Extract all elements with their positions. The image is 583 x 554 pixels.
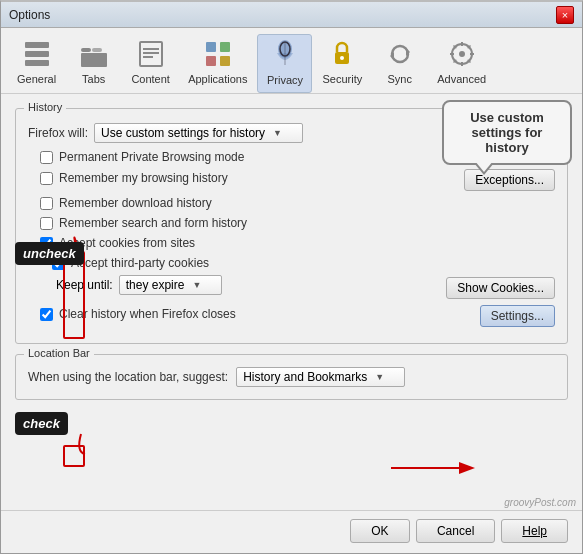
applications-icon [202, 38, 234, 70]
remember-browsing-row: Remember my browsing history [40, 170, 228, 186]
history-mode-value: Use custom settings for history [101, 126, 265, 140]
remember-download-checkbox[interactable] [40, 197, 53, 210]
uncheck-annotation: uncheck [15, 242, 84, 265]
title-bar: Options × [1, 2, 582, 28]
clear-history-row: Clear history when Firefox closes [40, 306, 236, 322]
history-group-label: History [24, 101, 66, 113]
content-icon [135, 38, 167, 70]
keep-until-row: Keep until: they expire ▼ [28, 275, 222, 295]
toolbar-label-privacy: Privacy [267, 74, 303, 86]
suggest-arrow-icon: ▼ [375, 372, 384, 382]
svg-rect-11 [220, 42, 230, 52]
svg-rect-12 [206, 56, 216, 66]
footer-buttons: OK Cancel Help [1, 510, 582, 553]
toolbar-item-security[interactable]: Security [314, 34, 370, 93]
svg-rect-8 [143, 52, 159, 54]
keep-until-container: Keep until: they expire ▼ Show Cookies..… [28, 275, 555, 301]
accept-third-party-row: Accept third-party cookies [52, 255, 555, 271]
close-button[interactable]: × [556, 6, 574, 24]
options-window: Options × General Tabs [0, 0, 583, 554]
svg-rect-13 [220, 56, 230, 66]
svg-rect-10 [206, 42, 216, 52]
keep-until-dropdown[interactable]: they expire ▼ [119, 275, 223, 295]
suggest-value: History and Bookmarks [243, 370, 367, 384]
svg-rect-7 [143, 48, 159, 50]
private-browsing-checkbox[interactable] [40, 151, 53, 164]
ok-button[interactable]: OK [350, 519, 410, 543]
dropdown-arrow-icon: ▼ [273, 128, 282, 138]
remember-download-label: Remember download history [59, 196, 212, 210]
svg-rect-3 [81, 48, 91, 52]
remember-browsing-checkbox[interactable] [40, 172, 53, 185]
red-box-clear [63, 445, 85, 467]
privacy-icon [269, 39, 301, 71]
toolbar-label-sync: Sync [387, 73, 411, 85]
watermark: groovyPost.com [504, 497, 576, 508]
private-browsing-label: Permanent Private Browsing mode [59, 150, 244, 164]
location-bar-content: When using the location bar, suggest: Hi… [28, 363, 555, 387]
cancel-button[interactable]: Cancel [416, 519, 495, 543]
keep-until-label: Keep until: [56, 278, 113, 292]
svg-rect-0 [25, 42, 49, 48]
svg-rect-9 [143, 56, 153, 58]
security-icon [326, 38, 358, 70]
speech-bubble: Use custom settings for history [442, 100, 572, 165]
show-cookies-button[interactable]: Show Cookies... [446, 277, 555, 299]
svg-rect-1 [25, 51, 49, 57]
general-icon [21, 38, 53, 70]
check-annotation: check [15, 412, 68, 435]
toolbar-label-general: General [17, 73, 56, 85]
settings-button[interactable]: Settings... [480, 305, 555, 327]
remember-search-label: Remember search and form history [59, 216, 247, 230]
clear-history-label: Clear history when Firefox closes [59, 307, 236, 321]
history-mode-dropdown[interactable]: Use custom settings for history ▼ [94, 123, 303, 143]
accept-third-party-label: Accept third-party cookies [71, 256, 209, 270]
toolbar-label-tabs: Tabs [82, 73, 105, 85]
toolbar-item-tabs[interactable]: Tabs [66, 34, 121, 93]
remember-search-checkbox[interactable] [40, 217, 53, 230]
remember-search-row: Remember search and form history [40, 215, 555, 231]
sync-icon [384, 38, 416, 70]
toolbar-label-content: Content [131, 73, 170, 85]
svg-rect-2 [25, 60, 49, 66]
remember-download-row: Remember download history [40, 195, 555, 211]
svg-rect-5 [81, 53, 107, 67]
toolbar-label-security: Security [322, 73, 362, 85]
toolbar-label-advanced: Advanced [437, 73, 486, 85]
window-title: Options [9, 8, 50, 22]
help-button[interactable]: Help [501, 519, 568, 543]
remember-browsing-label: Remember my browsing history [59, 171, 228, 185]
toolbar-item-applications[interactable]: Applications [180, 34, 255, 93]
svg-point-22 [459, 51, 465, 57]
clear-history-checkbox[interactable] [40, 308, 53, 321]
tabs-icon [78, 38, 110, 70]
suggest-label: When using the location bar, suggest: [28, 370, 228, 384]
advanced-icon [446, 38, 478, 70]
content-area: Use custom settings for history History … [1, 94, 582, 510]
toolbar-label-applications: Applications [188, 73, 247, 85]
toolbar-item-content[interactable]: Content [123, 34, 178, 93]
clear-history-container: Clear history when Firefox closes Settin… [28, 305, 555, 327]
svg-rect-4 [92, 48, 102, 52]
svg-point-18 [340, 56, 344, 60]
toolbar-item-advanced[interactable]: Advanced [429, 34, 494, 93]
accept-cookies-row: Accept cookies from sites [40, 235, 555, 251]
location-bar-group-label: Location Bar [24, 347, 94, 359]
suggest-dropdown[interactable]: History and Bookmarks ▼ [236, 367, 405, 387]
keep-until-arrow-icon: ▼ [192, 280, 201, 290]
toolbar-item-sync[interactable]: Sync [372, 34, 427, 93]
toolbar-item-general[interactable]: General [9, 34, 64, 93]
toolbar: General Tabs Content [1, 28, 582, 94]
firefox-will-label: Firefox will: [28, 126, 88, 140]
location-bar-group: Location Bar When using the location bar… [15, 354, 568, 400]
toolbar-item-privacy[interactable]: Privacy [257, 34, 312, 93]
keep-until-value: they expire [126, 278, 185, 292]
